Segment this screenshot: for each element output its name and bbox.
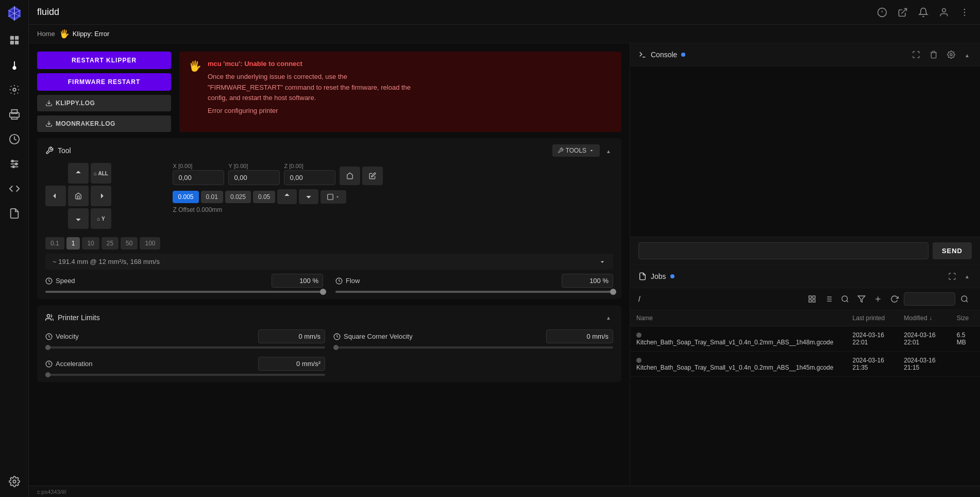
console-settings-button[interactable]	[945, 48, 957, 61]
z-home-button[interactable]	[340, 167, 360, 185]
firmware-restart-button[interactable]: FIRMWARE RESTART	[37, 73, 171, 91]
status-text: Klippy: Error	[73, 30, 110, 38]
svg-point-23	[942, 8, 946, 12]
jobs-search-input[interactable]	[904, 292, 955, 306]
jog-x-plus-button[interactable]	[91, 186, 111, 206]
jog-y-minus-button[interactable]	[68, 208, 89, 229]
square-corner-slider[interactable]	[333, 346, 613, 349]
user-button[interactable]	[937, 5, 951, 20]
app-logo[interactable]	[5, 4, 24, 23]
z-step-0.005-button[interactable]: 0.005	[173, 191, 198, 203]
x-input[interactable]	[173, 170, 224, 185]
tool-collapse-button[interactable]	[604, 145, 613, 157]
velocity-input[interactable]	[258, 329, 325, 343]
jog-area: ⌂ ALL	[45, 163, 613, 250]
jobs-section: Jobs /	[630, 265, 980, 486]
square-corner-input[interactable]	[546, 329, 613, 343]
velocity-header: Velocity	[45, 329, 325, 343]
acceleration-slider[interactable]	[45, 374, 325, 376]
jog-x-minus-button[interactable]	[45, 186, 66, 206]
step-25-button[interactable]: 25	[102, 237, 119, 250]
step-10-button[interactable]: 10	[82, 237, 99, 250]
sidebar-item-sliders[interactable]	[3, 153, 26, 175]
info-button[interactable]	[875, 5, 889, 20]
z-step-0.05-button[interactable]: 0.05	[253, 191, 275, 203]
flow-slider[interactable]	[335, 291, 613, 293]
sidebar-item-config[interactable]	[3, 470, 26, 493]
jobs-tbody: Kitchen_Bath_Soap_Tray_Small_v1_0.4n_0.2…	[630, 326, 980, 376]
z-up-button[interactable]	[277, 189, 297, 204]
flow-input[interactable]	[562, 274, 613, 288]
col-modified: Modified ↓	[898, 310, 951, 326]
console-collapse-button[interactable]	[962, 49, 972, 61]
speed-input[interactable]	[272, 274, 323, 288]
z-axis-section: X [0.00] Y [0.00] Z [0.00]	[173, 163, 613, 213]
flow-item: Flow	[335, 274, 613, 293]
sidebar-item-history[interactable]	[3, 128, 26, 151]
sidebar-item-print[interactable]	[3, 103, 26, 126]
sidebar-item-code[interactable]	[3, 177, 26, 200]
svg-rect-38	[809, 296, 812, 299]
console-expand-button[interactable]	[910, 48, 922, 61]
status-bar-text: c:ps4343/#/	[37, 489, 66, 495]
jobs-expand-button[interactable]	[946, 270, 958, 283]
jog-home-button[interactable]	[68, 186, 89, 206]
step-50-button[interactable]: 50	[121, 237, 138, 250]
sidebar-item-settings2[interactable]	[3, 78, 26, 101]
speed-slider[interactable]	[45, 291, 323, 293]
velocity-slider[interactable]	[45, 346, 325, 349]
y-input[interactable]	[228, 170, 280, 185]
jobs-collapse-button[interactable]	[962, 270, 972, 282]
file-last-printed-cell: 2024-03-16 21:35	[846, 351, 898, 376]
topbar: fluidd	[29, 0, 980, 25]
console-send-button[interactable]: SEND	[933, 242, 972, 259]
svg-line-49	[847, 301, 848, 302]
sidebar-item-docs[interactable]	[3, 202, 26, 225]
sidebar-item-temperature[interactable]	[3, 54, 26, 76]
step-0.1-button[interactable]: 0.1	[45, 237, 64, 250]
jog-home-y-button[interactable]: ⌂ Y	[91, 208, 111, 229]
jog-home-all-button[interactable]: ⌂ ALL	[91, 163, 111, 184]
acceleration-input[interactable]	[258, 357, 325, 371]
jobs-title: Jobs	[638, 272, 674, 280]
console-clear-button[interactable]	[927, 48, 940, 61]
sidebar-item-dashboard[interactable]	[3, 29, 26, 52]
jobs-add-button[interactable]	[871, 293, 885, 305]
jog-y-plus-button[interactable]	[68, 163, 89, 184]
step-100-button[interactable]: 100	[140, 237, 160, 250]
jobs-filter-button[interactable]	[854, 293, 869, 305]
jobs-refresh-button[interactable]	[887, 293, 902, 305]
step-btns-row: 0.1 1 10 25 50 100	[45, 237, 160, 250]
console-section: Console	[630, 43, 980, 265]
z-step-0.025-button[interactable]: 0.025	[225, 191, 251, 203]
extrusion-info[interactable]: ~ 191.4 mm @ 12 mm²/s, 168 mm/s	[45, 254, 613, 270]
jobs-list-view-button[interactable]	[821, 293, 836, 305]
tools-dropdown-button[interactable]: TOOLS	[552, 144, 600, 157]
z-down-button[interactable]	[299, 189, 318, 204]
svg-point-48	[842, 296, 848, 302]
tool-section-actions: TOOLS	[552, 144, 613, 157]
jobs-search-button[interactable]	[838, 293, 852, 305]
svg-point-19	[13, 480, 16, 483]
z-label: Z [0.00]	[284, 163, 335, 169]
arrow-circle-button[interactable]	[895, 5, 910, 20]
printer-limits-collapse-button[interactable]	[604, 311, 613, 323]
step-1-button[interactable]: 1	[66, 237, 80, 250]
more-button[interactable]	[957, 5, 972, 20]
z-edit-button[interactable]	[362, 167, 383, 185]
console-input[interactable]	[638, 242, 928, 259]
klippy-log-button[interactable]: KLIPPY.LOG	[37, 95, 171, 111]
breadcrumb-home[interactable]: Home	[37, 30, 55, 38]
jobs-grid-view-button[interactable]	[805, 293, 819, 305]
left-panel: RESTART KLIPPER FIRMWARE RESTART KLIPPY.…	[29, 43, 630, 486]
table-row[interactable]: Kitchen_Bath_Soap_Tray_Small_v1_0.4n_0.2…	[630, 326, 980, 351]
z-step-0.01-button[interactable]: 0.01	[201, 191, 223, 203]
z-input[interactable]	[284, 170, 335, 185]
moonraker-log-button[interactable]: MOONRAKER.LOG	[37, 115, 171, 132]
z-extra-button[interactable]	[320, 190, 346, 204]
svg-rect-39	[813, 296, 815, 299]
table-row[interactable]: Kitchen_Bath_Soap_Tray_Small_v1_0.4n_0.2…	[630, 351, 980, 376]
bell-button[interactable]	[916, 5, 931, 20]
jobs-search-submit-button[interactable]	[957, 293, 972, 305]
restart-klipper-button[interactable]: RESTART KLIPPER	[37, 52, 171, 69]
